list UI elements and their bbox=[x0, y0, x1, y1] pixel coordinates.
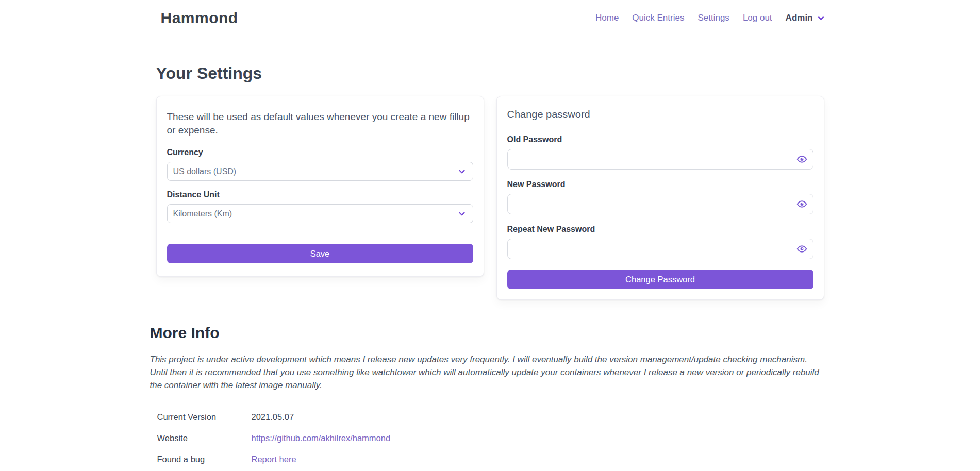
page-title: Your Settings bbox=[150, 64, 830, 83]
change-password-title: Change password bbox=[507, 109, 813, 121]
new-password-input[interactable] bbox=[507, 194, 813, 214]
admin-label: Admin bbox=[786, 13, 813, 23]
nav-item-logout[interactable]: Log out bbox=[743, 13, 772, 23]
info-table: Current Version 2021.05.07 Website https… bbox=[150, 407, 398, 471]
repeat-password-input[interactable] bbox=[507, 239, 813, 259]
repeat-password-wrap bbox=[507, 239, 813, 259]
development-note: This project is under active development… bbox=[150, 353, 826, 392]
chevron-down-icon bbox=[457, 167, 467, 176]
chevron-down-icon bbox=[457, 209, 467, 218]
new-password-wrap bbox=[507, 194, 813, 214]
old-password-input[interactable] bbox=[507, 149, 813, 170]
more-info-section: More Info This project is under active d… bbox=[150, 324, 830, 471]
currency-label: Currency bbox=[167, 148, 473, 157]
new-password-label: New Password bbox=[507, 180, 813, 189]
admin-dropdown[interactable]: Admin bbox=[786, 13, 825, 23]
toggle-new-password-visibility[interactable] bbox=[795, 198, 808, 211]
row-label: Website bbox=[150, 428, 252, 449]
save-button[interactable]: Save bbox=[167, 244, 473, 263]
table-row-bug: Found a bug Report here bbox=[150, 449, 398, 470]
defaults-card: These will be used as default values whe… bbox=[156, 96, 484, 277]
row-label: Current Version bbox=[150, 407, 252, 428]
chevron-down-icon bbox=[817, 14, 825, 23]
distance-unit-select[interactable]: Kilometers (Km) bbox=[167, 204, 473, 223]
section-divider bbox=[150, 317, 830, 317]
eye-icon bbox=[796, 199, 807, 210]
brand-logo[interactable]: Hammond bbox=[161, 9, 238, 27]
more-info-title: More Info bbox=[150, 324, 830, 342]
nav-item-settings[interactable]: Settings bbox=[697, 13, 729, 23]
report-bug-link[interactable]: Report here bbox=[252, 455, 296, 464]
eye-icon bbox=[796, 244, 807, 255]
main-nav: Home Quick Entries Settings Log out Admi… bbox=[595, 13, 825, 23]
distance-unit-label: Distance Unit bbox=[167, 190, 473, 199]
defaults-description: These will be used as default values whe… bbox=[167, 110, 473, 137]
table-row-current-version: Current Version 2021.05.07 bbox=[150, 407, 398, 428]
change-password-button[interactable]: Change Password bbox=[507, 270, 813, 289]
change-password-card: Change password Old Password New Passwor… bbox=[496, 96, 824, 300]
settings-cards-row: These will be used as default values whe… bbox=[150, 96, 830, 300]
old-password-wrap bbox=[507, 149, 813, 170]
nav-item-quick-entries[interactable]: Quick Entries bbox=[632, 13, 684, 23]
eye-icon bbox=[796, 154, 807, 165]
currency-select[interactable]: US dollars (USD) bbox=[167, 162, 473, 181]
table-row-website: Website https://github.com/akhilrex/hamm… bbox=[150, 428, 398, 449]
toggle-repeat-password-visibility[interactable] bbox=[795, 243, 808, 256]
current-version-value: 2021.05.07 bbox=[252, 407, 398, 428]
repeat-password-label: Repeat New Password bbox=[507, 225, 813, 234]
distance-selected-value: Kilometers (Km) bbox=[173, 209, 232, 218]
navbar: Hammond Home Quick Entries Settings Log … bbox=[0, 0, 980, 36]
nav-item-home[interactable]: Home bbox=[595, 13, 619, 23]
website-link[interactable]: https://github.com/akhilrex/hammond bbox=[252, 433, 391, 443]
currency-selected-value: US dollars (USD) bbox=[173, 167, 237, 176]
old-password-label: Old Password bbox=[507, 135, 813, 144]
toggle-old-password-visibility[interactable] bbox=[795, 153, 808, 166]
main-content: Your Settings These will be used as defa… bbox=[150, 64, 830, 471]
row-label: Found a bug bbox=[150, 449, 252, 470]
